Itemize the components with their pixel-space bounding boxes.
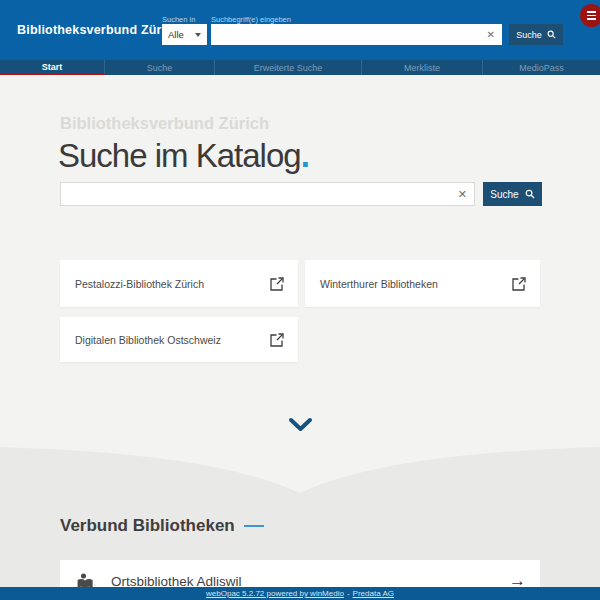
tab-merkliste[interactable]: Merkliste [362,60,483,75]
tab-mediopass[interactable]: MedioPass [483,60,600,75]
webopac-page: Bibliotheksverbund Zürich Suchen in Alle… [0,0,600,600]
search-in-label: Suchen in [162,15,195,24]
search-icon [547,30,556,39]
search-term-label: Suchbegriff(e) eingeben [211,15,291,24]
tab-erweiterte-suche[interactable]: Erweiterte Suche [215,60,362,75]
app-header: Bibliotheksverbund Zürich Suchen in Alle… [0,0,600,60]
external-library-card-pestalozzi[interactable]: Pestalozzi-Bibliothek Zürich [60,260,298,307]
external-link-icon [269,332,285,348]
clear-input-icon[interactable]: ✕ [451,183,474,205]
search-in-selected-value: Alle [168,29,184,40]
external-link-icon [269,276,285,292]
title-accent-dot: . [301,137,309,174]
card-label: Winterthurer Bibliotheken [305,278,511,290]
catalog-search-button[interactable]: Suche [483,182,542,206]
header-search-field: ✕ [211,24,502,45]
footer-bar: webOpac 5.2.72 powered by winMedio - Pre… [0,587,600,600]
page-title: Suche im Katalog. [58,137,309,175]
site-logo: Bibliotheksverbund Zürich [17,23,180,37]
hamburger-menu-button[interactable] [580,4,600,27]
catalog-search-button-label: Suche [490,189,518,200]
tab-suche[interactable]: Suche [105,60,215,75]
book-wave-divider [0,447,600,497]
header-search-button-label: Suche [516,30,542,40]
header-search-button[interactable]: Suche [509,24,563,45]
hero-subtitle: Bibliotheksverbund Zürich [60,114,269,133]
footer-predata-link[interactable]: Predata AG [353,589,394,598]
hamburger-menu-icon [587,11,596,13]
header-search-input[interactable] [211,24,480,45]
verbund-bibliotheken-heading: Verbund Bibliotheken [60,516,264,536]
external-link-icon [511,276,527,292]
card-label: Digitalen Bibliothek Ostschweiz [60,334,269,346]
chevron-down-icon [195,33,201,37]
heading-accent-dash [244,525,264,528]
card-label: Pestalozzi-Bibliothek Zürich [60,278,269,290]
catalog-search-input[interactable] [61,183,451,205]
scroll-down-chevron-icon[interactable] [288,417,313,433]
external-library-card-ostschweiz[interactable]: Digitalen Bibliothek Ostschweiz [60,317,298,362]
catalog-search-field: ✕ [60,182,475,206]
clear-input-icon[interactable]: ✕ [480,24,502,45]
tab-start[interactable]: Start [0,60,105,75]
footer-webopac-link[interactable]: webOpac 5.2.72 powered by winMedio [206,589,344,598]
search-in-select[interactable]: Alle [162,24,207,45]
external-library-card-winterthur[interactable]: Winterthurer Bibliotheken [305,260,540,307]
search-icon [525,189,535,199]
footer-separator: - [347,589,350,598]
main-navigation: Start Suche Erweiterte Suche Merkliste M… [0,60,600,75]
